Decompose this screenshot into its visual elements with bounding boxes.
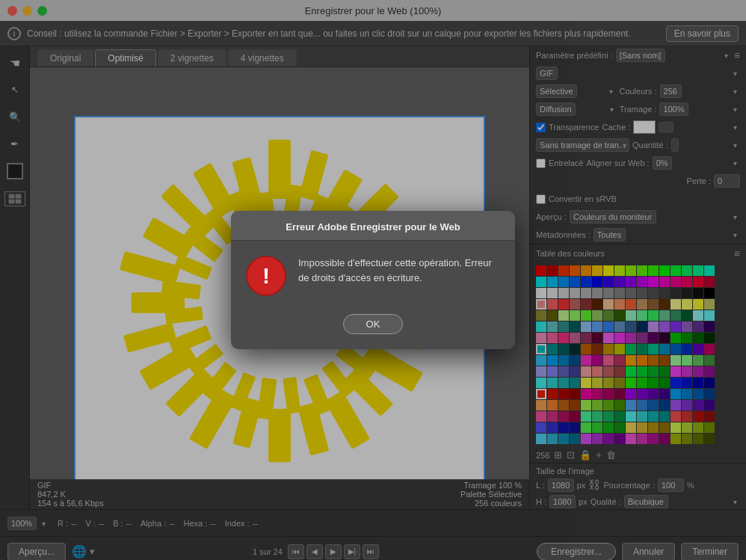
- svg-text:!: !: [262, 263, 270, 288]
- error-icon: !: [246, 256, 286, 296]
- dialog-overlay: Erreur Adobe Enregistrer pour le Web ! I…: [0, 0, 746, 560]
- dialog-title: Erreur Adobe Enregistrer pour le Web: [286, 221, 460, 233]
- dialog-footer: OK: [231, 308, 515, 349]
- error-dialog: Erreur Adobe Enregistrer pour le Web ! I…: [231, 211, 515, 349]
- dialog-ok-button[interactable]: OK: [343, 314, 403, 334]
- dialog-message: Impossible d'effectuer cette opération. …: [298, 256, 500, 285]
- dialog-body: ! Impossible d'effectuer cette opération…: [231, 241, 515, 308]
- dialog-title-bar: Erreur Adobe Enregistrer pour le Web: [231, 211, 515, 241]
